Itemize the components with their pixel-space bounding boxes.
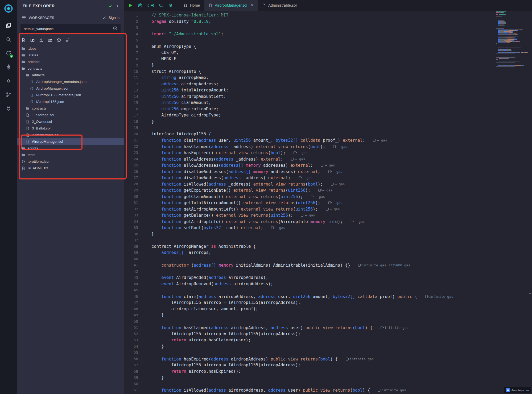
tree-item-2-owner-sol[interactable]: 2_Owner.sol <box>17 118 124 125</box>
code-token <box>243 163 246 168</box>
code-token: _address) <box>241 175 268 180</box>
minimap-seg <box>518 41 520 42</box>
tree-item-1-storage-sol[interactable]: 1_Storage.sol <box>17 112 124 118</box>
minimap-line <box>496 34 528 35</box>
upload-folder-icon[interactable] <box>48 38 52 42</box>
file-tree-toolbar <box>17 36 124 45</box>
toggle-widget-icon[interactable] <box>147 3 154 8</box>
minimap-seg <box>519 61 520 61</box>
remixai-assistant-icon[interactable] <box>137 3 143 8</box>
tree-item-iairdrop1155-json[interactable]: {}IAirdrop1155.json <box>17 98 124 105</box>
minimap-line <box>496 52 528 53</box>
code-token: return <box>171 338 186 342</box>
panel-expand-chevron-icon[interactable] <box>116 4 119 8</box>
line-number: 55 <box>124 350 138 356</box>
tree-item-airdropmanager-sol[interactable]: AirdropManager.sol <box>17 138 124 145</box>
tree-item-airdropmanager-json[interactable]: {}AirdropManager.json <box>17 85 124 92</box>
minimap-seg <box>496 18 500 18</box>
tree-item-scripts[interactable]: scripts <box>17 145 124 152</box>
minimap-seg <box>498 65 500 66</box>
minimap[interactable] <box>496 11 528 67</box>
code-token: calldata <box>300 138 320 143</box>
line-number: 35 <box>124 225 138 231</box>
code-token: function <box>161 144 181 149</box>
tree-item-artifacts[interactable]: artifacts <box>17 58 124 65</box>
workspace-select[interactable]: default_workspace <box>20 24 121 33</box>
deploy-and-run-icon[interactable] <box>2 60 15 74</box>
tree-item-tests[interactable]: tests <box>17 152 124 158</box>
code-token: function <box>161 207 181 212</box>
sign-in-button[interactable]: Sign in <box>102 15 119 20</box>
tree-item-states[interactable]: .states <box>17 52 124 58</box>
tab-administrable-sol[interactable]: Administrable.sol <box>258 0 301 11</box>
zoom-out-icon[interactable] <box>159 3 164 8</box>
debugger-icon[interactable] <box>2 74 15 88</box>
code-token: function <box>161 175 181 180</box>
create-folder-icon[interactable] <box>30 38 35 42</box>
minimap-line <box>496 60 528 61</box>
tree-item-3-ballot-sol[interactable]: 3_Ballot.sol <box>17 125 124 132</box>
code-line <box>151 350 532 356</box>
tab-airdropmanager-sol[interactable]: AirdropManager.sol× <box>204 0 258 11</box>
tree-item-administrable-sol[interactable]: Administrable.sol <box>17 132 124 138</box>
minimap-seg <box>499 49 504 50</box>
tree-item-readme-txt[interactable]: README.txt <box>17 165 124 171</box>
tab-close-icon[interactable]: × <box>251 3 253 7</box>
minimap-seg <box>509 30 512 30</box>
workspace-actions-icon[interactable] <box>113 26 117 31</box>
code-token <box>151 144 161 149</box>
code-token <box>151 82 161 86</box>
minimap-seg <box>515 52 518 53</box>
workspaces-menu-icon[interactable] <box>22 16 26 19</box>
source-control-icon[interactable] <box>2 88 15 102</box>
scrollbar-thumb[interactable] <box>529 293 531 294</box>
tree-item-deps[interactable]: .deps <box>17 45 124 52</box>
minimap-seg <box>500 65 504 66</box>
tree-item-label: artifacts <box>32 73 44 77</box>
code-token: allowAddress( <box>181 157 216 162</box>
publish-to-ipfs-icon[interactable] <box>57 38 61 42</box>
minimap-seg <box>499 14 505 15</box>
code-line: uint256 airdropAmountLeft; <box>151 94 532 100</box>
tree-item-iairdrop1155-metadata-json[interactable]: {}IAirdrop1155_metadata.json <box>17 92 124 98</box>
code-token: ( <box>318 357 320 362</box>
minimap-seg <box>510 32 512 33</box>
minimap-seg <box>504 36 506 36</box>
tree-item-airdropmanager-metadata-json[interactable]: {}AirdropManager_metadata.json <box>17 78 124 85</box>
plugin-manager-icon[interactable] <box>2 102 15 115</box>
tree-item-contracts[interactable]: contracts <box>17 65 124 72</box>
line-number: 58 <box>124 368 138 375</box>
minimap-seg <box>505 48 507 48</box>
search-icon[interactable] <box>2 32 15 46</box>
code-editor[interactable]: 1234567891011121314151617181920212223242… <box>124 11 532 394</box>
remix-logo-icon[interactable] <box>2 2 15 15</box>
code-line: function allowAddress(address _address) … <box>151 156 532 162</box>
tree-item-artifacts[interactable]: artifacts <box>17 72 124 78</box>
code-token: getAirdropInfo() <box>181 219 226 224</box>
file-explorer-icon[interactable] <box>2 19 15 32</box>
code-token: uint256 <box>288 188 305 193</box>
fuel-pump-icon <box>331 183 333 186</box>
code-token: isAllowed( <box>181 182 209 187</box>
minimap-line <box>496 47 528 47</box>
create-file-icon[interactable] <box>22 38 26 42</box>
minimap-seg <box>523 65 524 66</box>
tree-item-contracts[interactable]: contracts <box>17 105 124 112</box>
minimap-seg <box>513 57 515 57</box>
minimap-seg <box>513 52 515 53</box>
tree-item-prettierrc-json[interactable]: {}.prettierrc.json <box>17 158 124 165</box>
code-token: calldata <box>358 294 378 299</box>
minimap-seg <box>498 39 500 40</box>
minimap-seg <box>504 30 506 31</box>
zoom-in-icon[interactable] <box>168 3 173 8</box>
tab-home[interactable]: Home <box>179 0 204 11</box>
solidity-compiler-icon[interactable] <box>2 46 15 60</box>
run-script-icon[interactable] <box>129 3 133 8</box>
minimap-seg <box>506 30 509 30</box>
code-token: airdrop.hasExpired(); <box>186 369 241 374</box>
minimap-line <box>496 44 528 44</box>
minimap-seg <box>500 23 506 24</box>
upload-file-icon[interactable] <box>39 38 43 42</box>
minimap-seg <box>502 30 504 30</box>
link-icon[interactable] <box>65 38 70 42</box>
